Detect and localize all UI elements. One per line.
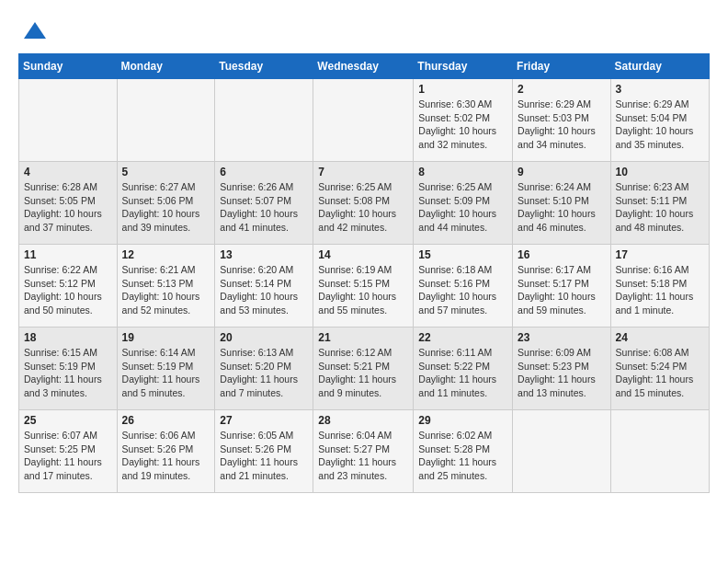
day-cell: 6Sunrise: 6:26 AM Sunset: 5:07 PM Daylig…	[215, 162, 313, 245]
day-info: Sunrise: 6:11 AM Sunset: 5:22 PM Dayligh…	[418, 346, 507, 400]
logo	[18, 18, 48, 44]
logo-icon	[22, 18, 48, 44]
day-cell	[19, 79, 118, 162]
day-cell	[215, 79, 313, 162]
day-cell	[610, 410, 709, 493]
day-cell: 27Sunrise: 6:05 AM Sunset: 5:26 PM Dayli…	[215, 410, 313, 493]
day-cell: 23Sunrise: 6:09 AM Sunset: 5:23 PM Dayli…	[513, 327, 611, 410]
day-cell: 25Sunrise: 6:07 AM Sunset: 5:25 PM Dayli…	[19, 410, 118, 493]
day-info: Sunrise: 6:02 AM Sunset: 5:28 PM Dayligh…	[418, 429, 507, 483]
day-cell: 13Sunrise: 6:20 AM Sunset: 5:14 PM Dayli…	[215, 245, 313, 327]
day-cell: 29Sunrise: 6:02 AM Sunset: 5:28 PM Dayli…	[414, 410, 513, 493]
day-number: 13	[220, 248, 308, 261]
day-number: 10	[616, 166, 704, 178]
day-cell: 10Sunrise: 6:23 AM Sunset: 5:11 PM Dayli…	[610, 162, 709, 245]
day-number: 4	[24, 166, 112, 178]
weekday-header-tuesday: Tuesday	[215, 54, 313, 79]
day-cell: 20Sunrise: 6:13 AM Sunset: 5:20 PM Dayli…	[215, 327, 313, 410]
weekday-row: SundayMondayTuesdayWednesdayThursdayFrid…	[19, 54, 710, 79]
day-info: Sunrise: 6:24 AM Sunset: 5:10 PM Dayligh…	[518, 180, 606, 235]
day-cell: 7Sunrise: 6:25 AM Sunset: 5:08 PM Daylig…	[313, 162, 414, 245]
day-info: Sunrise: 6:17 AM Sunset: 5:17 PM Dayligh…	[518, 263, 606, 317]
day-number: 11	[24, 248, 112, 261]
day-info: Sunrise: 6:30 AM Sunset: 5:02 PM Dayligh…	[418, 98, 507, 152]
day-cell	[117, 79, 215, 162]
day-cell: 14Sunrise: 6:19 AM Sunset: 5:15 PM Dayli…	[313, 245, 414, 327]
day-cell: 16Sunrise: 6:17 AM Sunset: 5:17 PM Dayli…	[513, 245, 611, 327]
calendar-table: SundayMondayTuesdayWednesdayThursdayFrid…	[18, 53, 710, 493]
weekday-header-monday: Monday	[117, 54, 215, 79]
weekday-header-saturday: Saturday	[610, 54, 709, 79]
day-number: 12	[122, 248, 210, 261]
day-number: 14	[318, 248, 408, 261]
day-info: Sunrise: 6:04 AM Sunset: 5:27 PM Dayligh…	[318, 429, 408, 483]
day-cell: 12Sunrise: 6:21 AM Sunset: 5:13 PM Dayli…	[117, 245, 215, 327]
day-number: 3	[616, 83, 704, 96]
day-cell	[313, 79, 414, 162]
calendar-body: 1Sunrise: 6:30 AM Sunset: 5:02 PM Daylig…	[19, 79, 710, 493]
day-number: 20	[220, 331, 308, 344]
page-header	[18, 18, 710, 44]
week-row-1: 1Sunrise: 6:30 AM Sunset: 5:02 PM Daylig…	[19, 79, 710, 162]
weekday-header-friday: Friday	[513, 54, 611, 79]
day-cell: 19Sunrise: 6:14 AM Sunset: 5:19 PM Dayli…	[117, 327, 215, 410]
day-info: Sunrise: 6:05 AM Sunset: 5:26 PM Dayligh…	[220, 429, 308, 483]
day-info: Sunrise: 6:29 AM Sunset: 5:04 PM Dayligh…	[616, 98, 704, 152]
day-cell: 28Sunrise: 6:04 AM Sunset: 5:27 PM Dayli…	[313, 410, 414, 493]
day-cell: 5Sunrise: 6:27 AM Sunset: 5:06 PM Daylig…	[117, 162, 215, 245]
day-cell: 21Sunrise: 6:12 AM Sunset: 5:21 PM Dayli…	[313, 327, 414, 410]
weekday-header-sunday: Sunday	[19, 54, 118, 79]
day-cell: 11Sunrise: 6:22 AM Sunset: 5:12 PM Dayli…	[19, 245, 118, 327]
day-info: Sunrise: 6:12 AM Sunset: 5:21 PM Dayligh…	[318, 346, 408, 400]
day-cell: 2Sunrise: 6:29 AM Sunset: 5:03 PM Daylig…	[513, 79, 611, 162]
day-info: Sunrise: 6:27 AM Sunset: 5:06 PM Dayligh…	[122, 180, 210, 235]
day-info: Sunrise: 6:25 AM Sunset: 5:08 PM Dayligh…	[318, 180, 408, 235]
day-cell: 3Sunrise: 6:29 AM Sunset: 5:04 PM Daylig…	[610, 79, 709, 162]
day-number: 1	[418, 83, 507, 96]
week-row-2: 4Sunrise: 6:28 AM Sunset: 5:05 PM Daylig…	[19, 162, 710, 245]
day-cell: 18Sunrise: 6:15 AM Sunset: 5:19 PM Dayli…	[19, 327, 118, 410]
day-cell: 8Sunrise: 6:25 AM Sunset: 5:09 PM Daylig…	[414, 162, 513, 245]
day-number: 27	[220, 414, 308, 427]
day-cell: 17Sunrise: 6:16 AM Sunset: 5:18 PM Dayli…	[610, 245, 709, 327]
day-info: Sunrise: 6:19 AM Sunset: 5:15 PM Dayligh…	[318, 263, 408, 317]
day-number: 8	[418, 166, 507, 178]
day-info: Sunrise: 6:21 AM Sunset: 5:13 PM Dayligh…	[122, 263, 210, 317]
day-number: 6	[220, 166, 308, 178]
day-number: 21	[318, 331, 408, 344]
day-info: Sunrise: 6:20 AM Sunset: 5:14 PM Dayligh…	[220, 263, 308, 317]
day-number: 29	[418, 414, 507, 427]
day-info: Sunrise: 6:08 AM Sunset: 5:24 PM Dayligh…	[616, 346, 704, 400]
day-number: 15	[418, 248, 507, 261]
day-info: Sunrise: 6:15 AM Sunset: 5:19 PM Dayligh…	[24, 346, 112, 400]
week-row-4: 18Sunrise: 6:15 AM Sunset: 5:19 PM Dayli…	[19, 327, 710, 410]
day-info: Sunrise: 6:06 AM Sunset: 5:26 PM Dayligh…	[122, 429, 210, 483]
day-info: Sunrise: 6:25 AM Sunset: 5:09 PM Dayligh…	[418, 180, 507, 235]
day-number: 22	[418, 331, 507, 344]
day-cell: 1Sunrise: 6:30 AM Sunset: 5:02 PM Daylig…	[414, 79, 513, 162]
day-number: 9	[518, 166, 606, 178]
day-info: Sunrise: 6:09 AM Sunset: 5:23 PM Dayligh…	[518, 346, 606, 400]
day-cell: 9Sunrise: 6:24 AM Sunset: 5:10 PM Daylig…	[513, 162, 611, 245]
weekday-header-wednesday: Wednesday	[313, 54, 414, 79]
day-number: 5	[122, 166, 210, 178]
day-cell	[513, 410, 611, 493]
day-cell: 22Sunrise: 6:11 AM Sunset: 5:22 PM Dayli…	[414, 327, 513, 410]
day-number: 16	[518, 248, 606, 261]
day-number: 23	[518, 331, 606, 344]
day-info: Sunrise: 6:13 AM Sunset: 5:20 PM Dayligh…	[220, 346, 308, 400]
day-number: 26	[122, 414, 210, 427]
day-info: Sunrise: 6:07 AM Sunset: 5:25 PM Dayligh…	[24, 429, 112, 483]
day-number: 18	[24, 331, 112, 344]
day-info: Sunrise: 6:18 AM Sunset: 5:16 PM Dayligh…	[418, 263, 507, 317]
day-number: 2	[518, 83, 606, 96]
day-number: 24	[616, 331, 704, 344]
day-cell: 4Sunrise: 6:28 AM Sunset: 5:05 PM Daylig…	[19, 162, 118, 245]
day-info: Sunrise: 6:16 AM Sunset: 5:18 PM Dayligh…	[616, 263, 704, 317]
day-info: Sunrise: 6:28 AM Sunset: 5:05 PM Dayligh…	[24, 180, 112, 235]
day-info: Sunrise: 6:23 AM Sunset: 5:11 PM Dayligh…	[616, 180, 704, 235]
day-number: 7	[318, 166, 408, 178]
day-number: 17	[616, 248, 704, 261]
day-info: Sunrise: 6:29 AM Sunset: 5:03 PM Dayligh…	[518, 98, 606, 152]
day-info: Sunrise: 6:14 AM Sunset: 5:19 PM Dayligh…	[122, 346, 210, 400]
